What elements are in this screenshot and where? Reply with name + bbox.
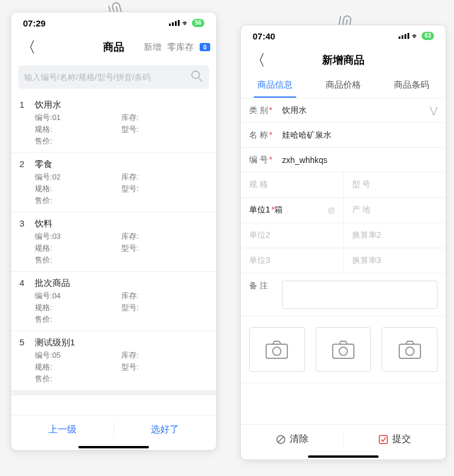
- unit2-label: 单位2: [249, 230, 270, 241]
- item-model: 型号:: [121, 362, 208, 372]
- svg-point-7: [406, 347, 414, 355]
- photo-slot-2[interactable]: [316, 327, 372, 372]
- home-indicator: [308, 455, 379, 458]
- tab-barcode[interactable]: 商品条码: [390, 74, 433, 98]
- item-model: 型号:: [121, 184, 208, 194]
- navbar: 〈 新增商品: [241, 46, 446, 74]
- model-field[interactable]: 型 号: [344, 172, 446, 197]
- notes-label: 备 注: [249, 281, 282, 309]
- list-spacer: [11, 391, 216, 395]
- photo-slot-3[interactable]: [382, 327, 438, 372]
- item-index: 2: [19, 159, 28, 170]
- form: 类 别* 饮用水 ⋁ 名 称* 娃哈哈矿泉水 编 号* zxh_whhkqs 规…: [241, 98, 446, 383]
- rate3-label: 换算率3: [352, 255, 382, 266]
- list-item[interactable]: 5 测试级别1 编号:05 库存: 规格: 型号: 售价:: [11, 331, 216, 391]
- item-spec: 规格:: [35, 124, 121, 135]
- unit3-label: 单位3: [249, 255, 270, 266]
- notes-input[interactable]: [282, 281, 438, 309]
- rate2-label: 换算率2: [352, 230, 382, 241]
- unit3-field[interactable]: 单位3: [241, 248, 344, 273]
- name-label: 名 称*: [249, 130, 282, 141]
- item-price: 售价:: [35, 255, 121, 265]
- origin-label: 产 地: [352, 205, 371, 215]
- footer-bar: 清除 提交: [241, 424, 446, 454]
- add-button[interactable]: 新增: [144, 42, 161, 53]
- unit1-label: 单位1*: [249, 205, 274, 215]
- confirm-button[interactable]: 选好了: [114, 415, 217, 444]
- tab-info[interactable]: 商品信息: [254, 74, 296, 98]
- item-stock: 库存:: [121, 172, 208, 182]
- photo-row: [241, 317, 446, 383]
- unit1-field[interactable]: 单位1* 箱 ⊘: [241, 198, 344, 222]
- category-row[interactable]: 类 别* 饮用水 ⋁: [241, 98, 446, 123]
- prev-level-button[interactable]: 上一级: [11, 415, 114, 444]
- submit-label: 提交: [392, 433, 411, 445]
- category-value: 饮用水: [282, 105, 430, 116]
- signal-icon: [169, 20, 180, 26]
- notes-row: 备 注: [241, 274, 446, 317]
- unit2-row: 单位2 换算率2: [241, 223, 446, 248]
- back-button[interactable]: 〈: [17, 37, 39, 58]
- tab-bar: 商品信息 商品价格 商品条码: [241, 74, 446, 98]
- tab-price[interactable]: 商品价格: [322, 74, 364, 98]
- chevron-down-icon: ⋁: [430, 105, 438, 116]
- clear-icon[interactable]: ⊘: [327, 205, 335, 216]
- camera-icon: [332, 339, 355, 360]
- item-index: 1: [19, 99, 28, 111]
- status-bar: 07:29 ᯤ 56: [11, 12, 216, 34]
- item-spec: 规格:: [35, 243, 121, 254]
- svg-point-0: [192, 71, 200, 79]
- list-item[interactable]: 2 零食 编号:02 库存: 规格: 型号: 售价:: [11, 153, 216, 212]
- prohibit-icon: [276, 434, 286, 445]
- origin-field[interactable]: 产 地: [344, 198, 446, 222]
- category-label: 类 别*: [249, 105, 282, 116]
- item-code: 编号:04: [35, 291, 121, 301]
- camera-icon: [398, 339, 422, 360]
- photo-slot-1[interactable]: [249, 327, 305, 372]
- model-label: 型 号: [352, 179, 371, 190]
- unit2-field[interactable]: 单位2: [241, 223, 344, 248]
- item-stock: 库存:: [121, 350, 208, 361]
- spec-model-row: 规 格 型 号: [241, 172, 446, 198]
- zero-stock-badge: 0: [200, 43, 210, 51]
- svg-rect-2: [266, 344, 287, 358]
- name-value: 娃哈哈矿泉水: [282, 130, 438, 141]
- spec-label: 规 格: [249, 179, 268, 190]
- list-item[interactable]: 3 饮料 编号:03 库存: 规格: 型号: 售价:: [11, 212, 216, 272]
- submit-button[interactable]: 提交: [344, 425, 446, 454]
- home-indicator: [78, 446, 149, 448]
- list-item[interactable]: 4 批次商品 编号:04 库存: 规格: 型号: 售价:: [11, 272, 216, 331]
- search-box[interactable]: [18, 65, 209, 89]
- item-price: 售价:: [35, 195, 121, 206]
- item-model: 型号:: [121, 243, 208, 254]
- svg-line-9: [278, 437, 283, 442]
- zero-stock-button[interactable]: 零库存: [167, 42, 194, 53]
- item-price: 售价:: [35, 374, 121, 384]
- clear-label: 清除: [290, 433, 309, 445]
- item-code: 编号:02: [35, 172, 121, 182]
- code-row[interactable]: 编 号* zxh_whhkqs: [241, 148, 446, 172]
- list-item[interactable]: 1 饮用水 编号:01 库存: 规格: 型号: 售价:: [11, 94, 216, 153]
- back-button[interactable]: 〈: [247, 50, 269, 71]
- search-input[interactable]: [24, 72, 190, 82]
- code-value: zxh_whhkqs: [282, 155, 438, 165]
- search-icon[interactable]: [190, 69, 203, 85]
- item-code: 编号:01: [35, 112, 121, 123]
- rate3-field[interactable]: 换算率3: [344, 248, 446, 273]
- rate2-field[interactable]: 换算率2: [344, 223, 446, 248]
- spec-field[interactable]: 规 格: [241, 172, 344, 197]
- item-name: 饮料: [35, 218, 52, 229]
- item-spec: 规格:: [35, 302, 121, 313]
- svg-rect-10: [380, 435, 388, 444]
- item-price: 售价:: [35, 314, 121, 325]
- svg-rect-6: [399, 344, 420, 358]
- clear-button[interactable]: 清除: [241, 425, 343, 454]
- svg-rect-4: [333, 344, 354, 358]
- svg-line-1: [199, 78, 203, 82]
- name-row[interactable]: 名 称* 娃哈哈矿泉水: [241, 123, 446, 148]
- item-index: 3: [19, 218, 28, 229]
- item-code: 编号:03: [35, 231, 121, 242]
- item-index: 4: [19, 278, 28, 289]
- item-stock: 库存:: [121, 112, 208, 123]
- check-icon: [378, 434, 389, 445]
